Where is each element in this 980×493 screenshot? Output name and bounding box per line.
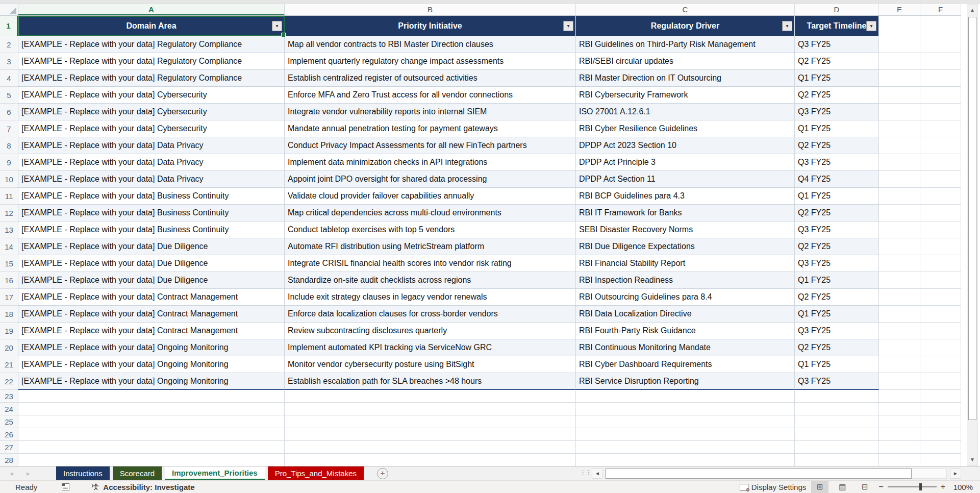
cell-F12[interactable] bbox=[920, 205, 961, 221]
cell-B11[interactable]: Validate cloud provider failover capabil… bbox=[285, 188, 576, 205]
cell-E15[interactable] bbox=[879, 255, 920, 272]
hscroll-left-arrow-icon[interactable]: ◄ bbox=[592, 469, 603, 479]
cell-F23[interactable] bbox=[920, 390, 961, 403]
cell-C15[interactable]: RBI Financial Stability Report bbox=[576, 255, 795, 272]
cell-A7[interactable]: [EXAMPLE - Replace with your data] Cyber… bbox=[18, 120, 285, 137]
cell-A3[interactable]: [EXAMPLE - Replace with your data] Regul… bbox=[18, 53, 285, 70]
cell-E11[interactable] bbox=[879, 188, 920, 205]
sheet-tab-instructions[interactable]: Instructions bbox=[56, 466, 110, 480]
cell-C2[interactable]: RBI Guidelines on Third-Party Risk Manag… bbox=[576, 36, 795, 53]
cell-D19[interactable]: Q3 FY25 bbox=[795, 323, 879, 339]
cell-B8[interactable]: Conduct Privacy Impact Assessments for a… bbox=[285, 137, 576, 154]
column-header-E[interactable]: E bbox=[879, 4, 920, 15]
cell-B18[interactable]: Enforce data localization clauses for cr… bbox=[285, 306, 576, 323]
cell-F11[interactable] bbox=[920, 188, 961, 205]
cell-E1[interactable] bbox=[879, 16, 920, 36]
cell-F3[interactable] bbox=[920, 53, 961, 70]
sheet-tab-scorecard[interactable]: Scorecard bbox=[113, 466, 162, 480]
cell-C20[interactable]: RBI Continuous Monitoring Mandate bbox=[576, 339, 795, 356]
cell-C4[interactable]: RBI Master Direction on IT Outsourcing bbox=[576, 70, 795, 87]
row-header-24[interactable]: 24 bbox=[0, 403, 18, 415]
cell-A22[interactable]: [EXAMPLE - Replace with your data] Ongoi… bbox=[18, 373, 285, 390]
filter-dropdown-button[interactable]: ▾ bbox=[782, 21, 792, 31]
cell-A12[interactable]: [EXAMPLE - Replace with your data] Busin… bbox=[18, 205, 285, 221]
cell-E3[interactable] bbox=[879, 53, 920, 70]
cell-C17[interactable]: RBI Outsourcing Guidelines para 8.4 bbox=[576, 289, 795, 306]
cell-C26[interactable] bbox=[576, 428, 795, 441]
tab-splitter-handle[interactable]: ⋮⋮ bbox=[580, 469, 591, 476]
sheet-tab-pro_tips_and_mistakes[interactable]: Pro_Tips_and_Mistakes bbox=[268, 466, 364, 480]
cell-B19[interactable]: Review subcontracting disclosures quarte… bbox=[285, 323, 576, 339]
cell-A15[interactable]: [EXAMPLE - Replace with your data] Due D… bbox=[18, 255, 285, 272]
zoom-in-button[interactable]: + bbox=[941, 482, 945, 491]
cell-B1[interactable]: Priority Initiative▾ bbox=[285, 16, 576, 36]
cell-A27[interactable] bbox=[18, 441, 285, 454]
cell-A9[interactable]: [EXAMPLE - Replace with your data] Data … bbox=[18, 154, 285, 171]
cell-D10[interactable]: Q4 FY25 bbox=[795, 171, 879, 188]
cell-D11[interactable]: Q1 FY25 bbox=[795, 188, 879, 205]
cell-E26[interactable] bbox=[879, 428, 920, 441]
cell-B25[interactable] bbox=[285, 415, 576, 428]
cell-E22[interactable] bbox=[879, 373, 920, 390]
cell-A17[interactable]: [EXAMPLE - Replace with your data] Contr… bbox=[18, 289, 285, 306]
row-header-5[interactable]: 5 bbox=[0, 87, 18, 104]
sheet-tab-improvement_priorities[interactable]: Improvement_Priorities bbox=[165, 466, 265, 480]
cell-B14[interactable]: Automate RFI distribution using MetricSt… bbox=[285, 238, 576, 255]
cell-E10[interactable] bbox=[879, 171, 920, 188]
cell-A6[interactable]: [EXAMPLE - Replace with your data] Cyber… bbox=[18, 104, 285, 120]
page-layout-view-button[interactable]: ▤ bbox=[834, 481, 851, 493]
cell-A18[interactable]: [EXAMPLE - Replace with your data] Contr… bbox=[18, 306, 285, 323]
row-header-13[interactable]: 13 bbox=[0, 221, 18, 238]
cell-B26[interactable] bbox=[285, 428, 576, 441]
horizontal-scrollbar[interactable] bbox=[605, 469, 947, 479]
cell-D27[interactable] bbox=[795, 441, 879, 454]
cell-F21[interactable] bbox=[920, 356, 961, 373]
cell-C22[interactable]: RBI Service Disruption Reporting bbox=[576, 373, 795, 390]
row-header-7[interactable]: 7 bbox=[0, 120, 18, 137]
cell-D23[interactable] bbox=[795, 390, 879, 403]
worksheet-grid[interactable]: Domain Area▾Priority Initiative▾Regulato… bbox=[18, 16, 961, 466]
cell-B22[interactable]: Establish escalation path for SLA breach… bbox=[285, 373, 576, 390]
row-header-2[interactable]: 2 bbox=[0, 36, 18, 53]
cell-C13[interactable]: SEBI Disaster Recovery Norms bbox=[576, 221, 795, 238]
page-break-view-button[interactable]: ⊟ bbox=[856, 481, 873, 493]
cell-C28[interactable] bbox=[576, 454, 795, 466]
cell-D18[interactable]: Q1 FY25 bbox=[795, 306, 879, 323]
cell-B3[interactable]: Implement quarterly regulatory change im… bbox=[285, 53, 576, 70]
cell-F6[interactable] bbox=[920, 104, 961, 120]
row-header-8[interactable]: 8 bbox=[0, 137, 18, 154]
cell-E9[interactable] bbox=[879, 154, 920, 171]
zoom-slider-handle[interactable] bbox=[919, 483, 922, 490]
cell-F2[interactable] bbox=[920, 36, 961, 53]
cell-D5[interactable]: Q2 FY25 bbox=[795, 87, 879, 104]
horizontal-scrollbar-thumb[interactable] bbox=[606, 469, 912, 479]
zoom-percent-label[interactable]: 100% bbox=[950, 483, 973, 491]
cell-D12[interactable]: Q2 FY25 bbox=[795, 205, 879, 221]
row-header-18[interactable]: 18 bbox=[0, 306, 18, 323]
cell-C3[interactable]: RBI/SEBI circular updates bbox=[576, 53, 795, 70]
cell-A5[interactable]: [EXAMPLE - Replace with your data] Cyber… bbox=[18, 87, 285, 104]
cell-B23[interactable] bbox=[285, 390, 576, 403]
cell-F7[interactable] bbox=[920, 120, 961, 137]
cell-D15[interactable]: Q3 FY25 bbox=[795, 255, 879, 272]
cell-A13[interactable]: [EXAMPLE - Replace with your data] Busin… bbox=[18, 221, 285, 238]
cell-F10[interactable] bbox=[920, 171, 961, 188]
cell-A10[interactable]: [EXAMPLE - Replace with your data] Data … bbox=[18, 171, 285, 188]
tab-nav-left-icon[interactable]: ◄ bbox=[9, 471, 14, 477]
row-header-20[interactable]: 20 bbox=[0, 339, 18, 356]
zoom-slider[interactable] bbox=[888, 486, 937, 487]
cell-A19[interactable]: [EXAMPLE - Replace with your data] Contr… bbox=[18, 323, 285, 339]
cell-D6[interactable]: Q3 FY25 bbox=[795, 104, 879, 120]
filter-dropdown-button[interactable]: ▾ bbox=[272, 21, 282, 31]
row-header-22[interactable]: 22 bbox=[0, 373, 18, 390]
cell-B13[interactable]: Conduct tabletop exercises with top 5 ve… bbox=[285, 221, 576, 238]
row-header-4[interactable]: 4 bbox=[0, 70, 18, 87]
cell-A21[interactable]: [EXAMPLE - Replace with your data] Ongoi… bbox=[18, 356, 285, 373]
cell-F28[interactable] bbox=[920, 454, 961, 466]
cell-B24[interactable] bbox=[285, 403, 576, 415]
row-header-26[interactable]: 26 bbox=[0, 428, 18, 441]
cell-B2[interactable]: Map all vendor contracts to RBI Master D… bbox=[285, 36, 576, 53]
cell-F24[interactable] bbox=[920, 403, 961, 415]
cell-E19[interactable] bbox=[879, 323, 920, 339]
cell-A28[interactable] bbox=[18, 454, 285, 466]
